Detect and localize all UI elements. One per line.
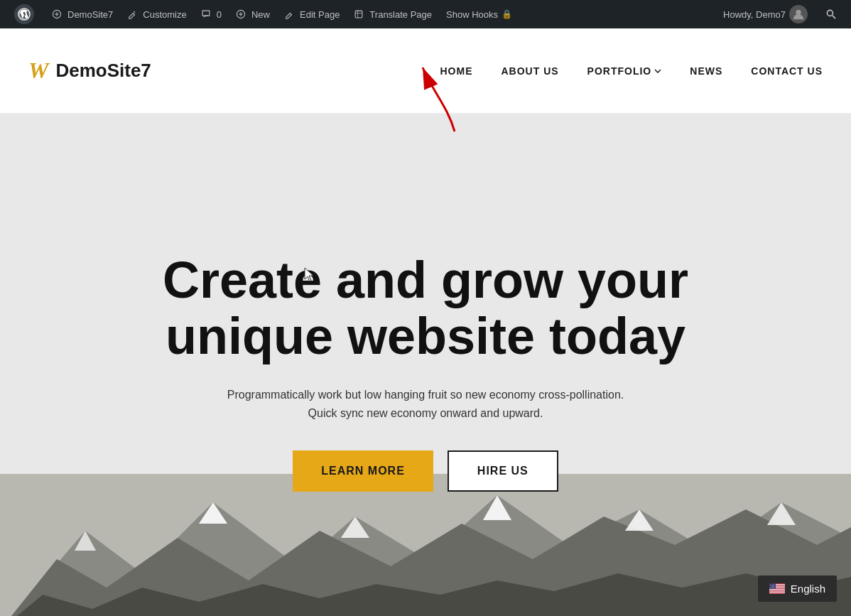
svg-point-5 xyxy=(827,10,833,16)
svg-rect-23 xyxy=(769,593,785,593)
translate-page-button[interactable]: Translate Page xyxy=(347,0,439,28)
hero-subtitle: Programmatically work but low hanging fr… xyxy=(212,386,639,422)
show-hooks-button[interactable]: Show Hooks 🔒 xyxy=(439,0,519,28)
language-label: English xyxy=(791,583,825,595)
hire-us-button[interactable]: HIRE US xyxy=(448,450,558,492)
admin-bar: DemoSite7 Customize 0 New Edit Page Tran… xyxy=(0,0,851,28)
logo-w-icon: W xyxy=(28,58,48,84)
site-navigation: HOME ABOUT US PORTFOLIO NEWS CONTACT US xyxy=(440,65,823,77)
howdy-label: Howdy, Demo7 xyxy=(723,9,786,20)
site-name-button[interactable]: DemoSite7 xyxy=(45,0,120,28)
avatar xyxy=(789,5,808,23)
wp-logo-button[interactable] xyxy=(7,0,45,28)
search-admin-button[interactable] xyxy=(818,0,844,28)
new-button[interactable]: New xyxy=(229,0,277,28)
translate-page-label: Translate Page xyxy=(369,9,432,20)
nav-item-about[interactable]: ABOUT US xyxy=(501,65,558,77)
nav-item-portfolio[interactable]: PORTFOLIO xyxy=(587,65,662,77)
comments-count: 0 xyxy=(217,9,222,20)
nav-item-home[interactable]: HOME xyxy=(440,65,472,77)
site-name-label: DemoSite7 xyxy=(67,9,113,20)
site-logo[interactable]: W DemoSite7 xyxy=(28,58,151,84)
lock-icon: 🔒 xyxy=(502,9,512,19)
edit-page-button[interactable]: Edit Page xyxy=(277,0,347,28)
edit-page-label: Edit Page xyxy=(300,9,340,20)
show-hooks-label: Show Hooks xyxy=(446,9,498,20)
svg-rect-22 xyxy=(769,590,785,591)
svg-rect-21 xyxy=(769,589,785,590)
hero-section: Create and grow your unique website toda… xyxy=(0,114,851,616)
mountain-background xyxy=(0,474,851,616)
svg-point-4 xyxy=(796,10,801,15)
admin-bar-right: Howdy, Demo7 xyxy=(716,0,844,28)
nav-item-news[interactable]: NEWS xyxy=(690,65,722,77)
howdy-button[interactable]: Howdy, Demo7 xyxy=(716,0,815,28)
learn-more-button[interactable]: LEARN MORE xyxy=(293,450,433,492)
chevron-down-icon xyxy=(654,69,661,73)
us-flag-icon: ★ ★ ★ ★ ★ ★ ★ ★ xyxy=(769,583,785,594)
hero-content: Create and grow your unique website toda… xyxy=(163,252,688,492)
site-header: W DemoSite7 HOME ABOUT US PORTFOLIO NEWS… xyxy=(0,28,851,114)
customize-label: Customize xyxy=(143,9,186,20)
nav-item-contact[interactable]: CONTACT US xyxy=(751,65,823,77)
svg-rect-3 xyxy=(355,11,362,18)
hero-buttons: LEARN MORE HIRE US xyxy=(163,450,688,492)
wp-logo-icon xyxy=(14,4,34,24)
hero-title: Create and grow your unique website toda… xyxy=(163,252,688,364)
comments-button[interactable]: 0 xyxy=(194,0,229,28)
language-badge[interactable]: ★ ★ ★ ★ ★ ★ ★ ★ English xyxy=(758,576,837,602)
new-label: New xyxy=(251,9,270,20)
logo-text: DemoSite7 xyxy=(55,60,151,82)
customize-button[interactable]: Customize xyxy=(120,0,193,28)
